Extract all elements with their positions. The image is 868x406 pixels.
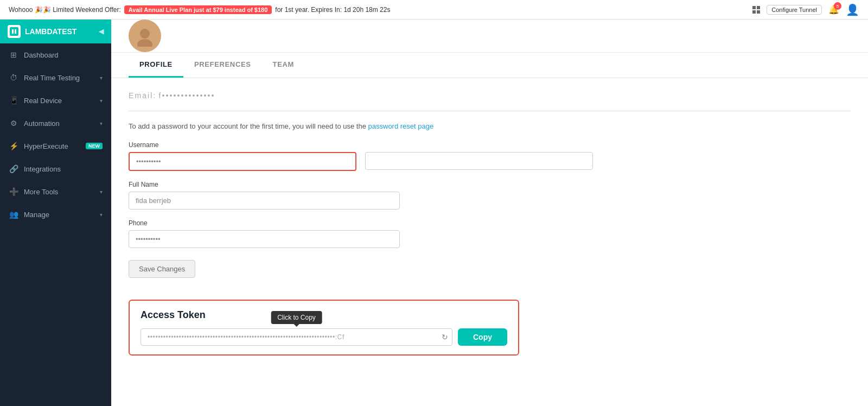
email-line: Email: f•••••••••••••• [129,91,851,111]
fullname-row: Full Name [129,181,851,210]
integrations-icon: 🔗 [9,164,18,174]
sidebar-item-more-tools[interactable]: ➕ More Tools ▾ [0,180,111,203]
fullname-group: Full Name [129,181,400,210]
access-token-section: Access Token Click to Copy ↻ Copy [129,300,519,356]
sidebar: LAMBDATEST ◀ ⊞ Dashboard ⏱ Real Time Tes… [0,20,111,406]
sidebar-item-integrations[interactable]: 🔗 Integrations [0,157,111,180]
tab-preferences[interactable]: PREFERENCES [183,53,262,78]
banner-text-before: Wohooo 🎉🎉 Limited Weekend Offer: [9,6,121,14]
grid-icon[interactable] [752,6,760,14]
more-tools-icon: ➕ [9,187,18,196]
phone-group: Phone [129,219,400,248]
sidebar-item-label: HyperExecute [24,142,80,150]
email-value: f•••••••••••••• [158,91,215,100]
automation-icon: ⚙ [9,118,18,128]
username-second-group [365,141,593,170]
notification-button[interactable]: 🔔 5 [828,4,839,15]
password-notice: To add a password to your account for th… [129,122,851,130]
sidebar-item-label: More Tools [24,188,94,196]
email-label: Email: [129,91,157,100]
user-menu-button[interactable]: 👤 [846,3,859,16]
sidebar-item-label: Automation [24,119,94,128]
phone-input[interactable] [129,230,400,248]
username-wrapper [129,152,356,171]
sidebar-item-label: Real Time Testing [24,74,94,82]
svg-rect-0 [10,27,18,36]
banner-left: Wohooo 🎉🎉 Limited Weekend Offer: Avail A… [9,5,390,14]
token-input[interactable] [141,328,452,346]
chevron-down-icon: ▾ [100,120,103,126]
sidebar-item-automation[interactable]: ⚙ Automation ▾ [0,112,111,135]
fullname-label: Full Name [129,181,400,188]
banner-right: Configure Tunnel 🔔 5 👤 [752,3,859,16]
sidebar-item-dashboard[interactable]: ⊞ Dashboard [0,43,111,66]
sidebar-item-label: Dashboard [24,51,103,59]
token-refresh-button[interactable]: ↻ [442,333,448,341]
phone-label: Phone [129,219,400,227]
access-token-title: Access Token [141,309,507,321]
profile-tabs: PROFILE PREFERENCES TEAM [111,53,868,78]
real-time-icon: ⏱ [9,73,18,83]
sidebar-item-label: Integrations [24,165,103,173]
token-input-wrapper: Click to Copy ↻ [141,328,452,346]
username-input[interactable] [129,152,356,171]
logo-text: LAMBDATEST [25,27,76,36]
password-reset-link[interactable]: password reset page [368,122,434,130]
sidebar-item-real-time-testing[interactable]: ⏱ Real Time Testing ▾ [0,66,111,89]
username-label: Username [129,141,356,149]
svg-point-1 [140,29,150,39]
sidebar-item-label: Manage [24,211,94,219]
configure-tunnel-button[interactable]: Configure Tunnel [767,5,822,15]
token-row: Click to Copy ↻ Copy [141,328,507,346]
banner-text-after: for 1st year. Expires In: 1d 20h 18m 22s [275,6,390,14]
username-row: Username [129,141,851,171]
hyperexecute-icon: ⚡ [9,141,18,151]
profile-form: Email: f•••••••••••••• To add a password… [111,78,868,291]
tab-profile[interactable]: PROFILE [129,53,183,78]
sidebar-item-real-device[interactable]: 📱 Real Device ▾ [0,89,111,112]
sidebar-item-label: Real Device [24,97,94,105]
profile-top [111,20,868,53]
top-banner: Wohooo 🎉🎉 Limited Weekend Offer: Avail A… [0,0,868,20]
avatar [129,20,161,52]
real-device-icon: 📱 [9,96,18,105]
chevron-down-icon: ▾ [100,189,103,195]
phone-row: Phone [129,219,851,248]
sidebar-logo[interactable]: LAMBDATEST ◀ [0,20,111,43]
copy-button[interactable]: Copy [458,328,507,346]
dashboard-icon: ⊞ [9,50,18,60]
sidebar-collapse-icon[interactable]: ◀ [99,28,104,35]
save-changes-button[interactable]: Save Changes [129,260,195,278]
sidebar-item-hyperexecute[interactable]: ⚡ HyperExecute NEW [0,135,111,157]
manage-icon: 👥 [9,210,18,219]
fullname-input[interactable] [129,192,400,210]
logo-icon [8,25,21,38]
chevron-down-icon: ▾ [100,212,103,218]
chevron-down-icon: ▾ [100,98,103,104]
sidebar-item-manage[interactable]: 👥 Manage ▾ [0,203,111,226]
username-group: Username [129,141,356,171]
tab-team[interactable]: TEAM [262,53,305,78]
notification-badge: 5 [834,2,841,10]
svg-point-2 [137,39,152,47]
main-content: PROFILE PREFERENCES TEAM Email: f•••••••… [111,20,868,406]
offer-button[interactable]: Avail Annual Live Plan just at $79 inste… [124,5,272,14]
username-secondary-input[interactable] [365,152,593,170]
chevron-down-icon: ▾ [100,75,103,81]
avatar-row [129,20,851,52]
new-badge: NEW [86,143,103,149]
